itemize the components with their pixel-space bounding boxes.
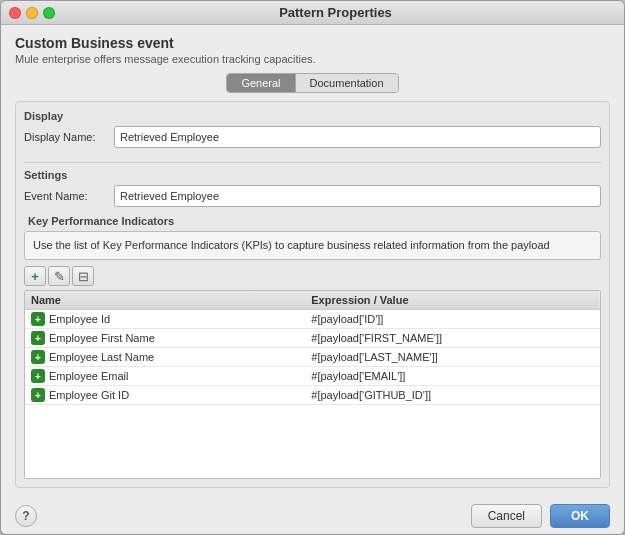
kpi-expression-cell: #[payload['LAST_NAME']] (305, 348, 600, 367)
kpi-row-name: Employee First Name (49, 332, 155, 344)
kpi-row-name: Employee Git ID (49, 389, 129, 401)
col-name: Name (25, 291, 305, 310)
tabs-container: General Documentation (15, 73, 610, 93)
event-name-label: Event Name: (24, 190, 114, 202)
kpi-desc-part1: Use the list of Key Performance Indicato… (33, 239, 410, 251)
traffic-lights (9, 7, 55, 19)
tab-general[interactable]: General (227, 74, 295, 92)
display-section-label: Display (24, 110, 601, 122)
col-expression: Expression / Value (305, 291, 600, 310)
display-name-label: Display Name: (24, 131, 114, 143)
footer-buttons: Cancel OK (471, 504, 610, 528)
maximize-button[interactable] (43, 7, 55, 19)
header-section: Custom Business event Mule enterprise of… (15, 35, 610, 65)
kpi-desc-blue: information (410, 239, 464, 251)
table-row[interactable]: +Employee Email#[payload['EMAIL']] (25, 367, 600, 386)
kpi-row-name: Employee Id (49, 313, 110, 325)
display-name-input[interactable] (114, 126, 601, 148)
close-button[interactable] (9, 7, 21, 19)
table-row[interactable]: +Employee First Name#[payload['FIRST_NAM… (25, 329, 600, 348)
kpi-table: Name Expression / Value +Employee Id#[pa… (25, 291, 600, 405)
kpi-name-cell: +Employee Git ID (25, 386, 305, 405)
window-title: Pattern Properties (55, 5, 616, 20)
kpi-edit-button[interactable]: ✎ (48, 266, 70, 286)
kpi-row-name: Employee Last Name (49, 351, 154, 363)
window: Pattern Properties Custom Business event… (0, 0, 625, 535)
display-name-row: Display Name: (24, 126, 601, 148)
title-bar: Pattern Properties (1, 1, 624, 25)
kpi-expression-cell: #[payload['FIRST_NAME']] (305, 329, 600, 348)
minimize-button[interactable] (26, 7, 38, 19)
display-section: Display Display Name: (24, 110, 601, 156)
kpi-expression-cell: #[payload['GITHUB_ID']] (305, 386, 600, 405)
main-panel: Display Display Name: Settings Event Nam… (15, 101, 610, 488)
tabs: General Documentation (226, 73, 398, 93)
settings-label: Settings (24, 169, 601, 181)
kpi-row-name: Employee Email (49, 370, 128, 382)
kpi-name-cell: +Employee Last Name (25, 348, 305, 367)
kpi-description-box: Use the list of Key Performance Indicato… (24, 231, 601, 260)
tab-documentation[interactable]: Documentation (296, 74, 398, 92)
kpi-desc-part2: from the payload (465, 239, 550, 251)
table-header-row: Name Expression / Value (25, 291, 600, 310)
row-icon: + (31, 369, 45, 383)
row-icon: + (31, 388, 45, 402)
row-icon: + (31, 350, 45, 364)
kpi-table-wrapper: Name Expression / Value +Employee Id#[pa… (24, 290, 601, 479)
table-row[interactable]: +Employee Last Name#[payload['LAST_NAME'… (25, 348, 600, 367)
ok-button[interactable]: OK (550, 504, 610, 528)
kpi-delete-button[interactable]: ⊟ (72, 266, 94, 286)
divider (24, 162, 601, 163)
window-content: Custom Business event Mule enterprise of… (1, 25, 624, 496)
row-icon: + (31, 331, 45, 345)
kpi-expression-cell: #[payload['EMAIL']] (305, 367, 600, 386)
kpi-label: Key Performance Indicators (28, 215, 601, 227)
footer: ? Cancel OK (1, 496, 624, 534)
table-row[interactable]: +Employee Git ID#[payload['GITHUB_ID']] (25, 386, 600, 405)
row-icon: + (31, 312, 45, 326)
kpi-add-button[interactable]: + (24, 266, 46, 286)
header-subtitle: Mule enterprise offers message execution… (15, 53, 610, 65)
event-name-row: Event Name: (24, 185, 601, 207)
cancel-button[interactable]: Cancel (471, 504, 542, 528)
kpi-name-cell: +Employee Email (25, 367, 305, 386)
kpi-name-cell: +Employee First Name (25, 329, 305, 348)
settings-section: Settings Event Name: Key Performance Ind… (24, 169, 601, 479)
kpi-toolbar: + ✎ ⊟ (24, 266, 601, 286)
kpi-expression-cell: #[payload['ID']] (305, 310, 600, 329)
header-title: Custom Business event (15, 35, 610, 51)
kpi-name-cell: +Employee Id (25, 310, 305, 329)
event-name-input[interactable] (114, 185, 601, 207)
table-row[interactable]: +Employee Id#[payload['ID']] (25, 310, 600, 329)
help-button[interactable]: ? (15, 505, 37, 527)
